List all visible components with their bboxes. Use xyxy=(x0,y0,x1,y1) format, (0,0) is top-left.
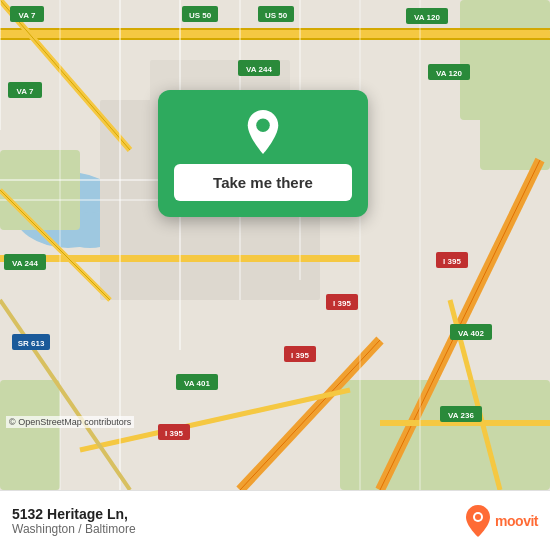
take-me-there-button[interactable]: Take me there xyxy=(174,164,352,201)
moovit-logo: moovit xyxy=(464,505,538,537)
svg-rect-13 xyxy=(0,38,550,40)
svg-text:US 50: US 50 xyxy=(189,11,212,20)
navigation-card: Take me there xyxy=(158,90,368,217)
svg-point-69 xyxy=(256,118,270,132)
svg-text:VA 120: VA 120 xyxy=(414,13,440,22)
map-container: VA 7 US 50 US 50 VA 120 VA 244 VA 7 VA 1… xyxy=(0,0,550,490)
svg-text:VA 244: VA 244 xyxy=(12,259,38,268)
svg-text:VA 244: VA 244 xyxy=(246,65,272,74)
address-line: 5132 Heritage Ln, xyxy=(12,506,464,522)
svg-rect-4 xyxy=(460,0,550,120)
svg-rect-7 xyxy=(340,380,550,490)
svg-rect-8 xyxy=(0,380,60,490)
moovit-text: moovit xyxy=(495,513,538,529)
svg-text:I 395: I 395 xyxy=(333,299,351,308)
svg-text:VA 120: VA 120 xyxy=(436,69,462,78)
svg-rect-6 xyxy=(0,150,80,230)
svg-rect-11 xyxy=(0,30,550,38)
svg-text:VA 236: VA 236 xyxy=(448,411,474,420)
address-info: 5132 Heritage Ln, Washington / Baltimore xyxy=(12,506,464,536)
svg-text:US 50: US 50 xyxy=(265,11,288,20)
svg-text:VA 7: VA 7 xyxy=(17,87,34,96)
svg-point-71 xyxy=(475,514,481,520)
osm-attribution: © OpenStreetMap contributors xyxy=(6,416,134,428)
svg-text:I 395: I 395 xyxy=(165,429,183,438)
svg-rect-12 xyxy=(0,28,550,30)
svg-text:VA 402: VA 402 xyxy=(458,329,484,338)
svg-text:SR 613: SR 613 xyxy=(18,339,45,348)
svg-text:I 395: I 395 xyxy=(291,351,309,360)
svg-text:VA 401: VA 401 xyxy=(184,379,210,388)
city-line: Washington / Baltimore xyxy=(12,522,464,536)
svg-text:VA 7: VA 7 xyxy=(19,11,36,20)
svg-text:I 395: I 395 xyxy=(443,257,461,266)
moovit-logo-icon xyxy=(464,505,492,537)
bottom-bar: 5132 Heritage Ln, Washington / Baltimore… xyxy=(0,490,550,550)
location-pin-icon xyxy=(241,110,285,154)
